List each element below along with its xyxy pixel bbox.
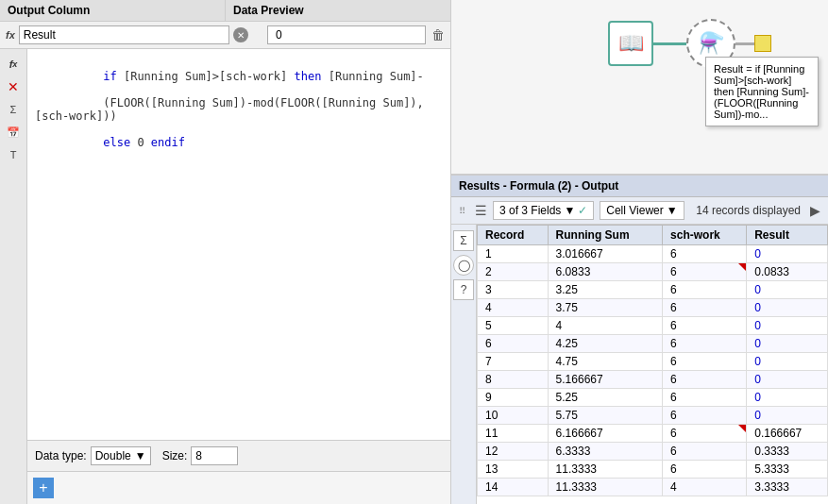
col-header-record: Record [478, 226, 549, 245]
cell-sch-work: 6 [663, 245, 747, 263]
clear-output-button[interactable]: ✕ [233, 27, 248, 42]
check-icon: ✓ [578, 204, 587, 217]
cell-record: 13 [478, 461, 549, 479]
results-toolbar: ⠿ ☰ 3 of 3 Fields ▼ ✓ Cell Viewer ▼ 14 r… [451, 197, 828, 225]
add-button[interactable]: + [33, 478, 54, 498]
cell-sch-work: 6 [663, 461, 747, 479]
records-count: 14 records displayed [696, 204, 801, 217]
cell-sch-work: 6 [663, 335, 747, 353]
fields-label: 3 of 3 Fields [499, 204, 561, 217]
table-icon[interactable]: ☰ [475, 203, 487, 218]
data-type-label: Data type: [35, 449, 87, 462]
calendar-icon[interactable]: 📅 [4, 123, 23, 142]
text-icon[interactable]: T [4, 145, 23, 164]
drag-handle-icon: ⠿ [459, 206, 465, 216]
col-header-sch-work: sch-work [663, 226, 747, 245]
cell-sch-work: 6 [663, 317, 747, 335]
formula-icon[interactable]: fx [4, 55, 23, 74]
cell-result: 0 [747, 317, 828, 335]
cell-running-sum: 11.3333 [548, 461, 662, 479]
cell-running-sum: 5.25 [548, 389, 662, 407]
delete-icon[interactable]: 🗑 [431, 27, 445, 42]
cell-sch-work: 6 [663, 407, 747, 425]
connector-line [653, 42, 686, 45]
results-panel: Results - Formula (2) - Output ⠿ ☰ 3 of … [451, 175, 828, 504]
cell-sch-work: 6 [663, 263, 747, 281]
red-corner-marker [738, 263, 746, 271]
left-panel-header: Output Column Data Preview [0, 0, 450, 22]
cell-sch-work: 6 [663, 371, 747, 389]
table-row: 95.2560 [478, 389, 828, 407]
output-col-icons: fx [6, 29, 15, 41]
output-column-header: Output Column [0, 0, 226, 21]
viewer-arrow-icon: ▼ [667, 204, 678, 217]
table-row: 64.2560 [478, 335, 828, 353]
cell-result: 0 [747, 371, 828, 389]
cell-record: 11 [478, 425, 549, 443]
data-type-row: Data type: Double ▼ Size: [27, 441, 450, 472]
cell-result: 0.166667 [747, 425, 828, 443]
nav-icon[interactable]: ▶ [810, 203, 820, 218]
x-icon[interactable]: ✕ [4, 77, 23, 96]
formula-area[interactable]: if [Running Sum]>[sch-work] then [Runnin… [27, 49, 450, 441]
col-header-result: Result [747, 226, 828, 245]
fx-icon: fx [6, 29, 15, 41]
data-preview-header: Data Preview [226, 0, 450, 21]
cell-sch-work: 6 [663, 443, 747, 461]
col-header-running-sum: Running Sum [548, 226, 662, 245]
cell-record: 3 [478, 281, 549, 299]
cell-running-sum: 4.75 [548, 353, 662, 371]
cell-sch-work: 6 [663, 389, 747, 407]
table-row: 126.333360.3333 [478, 443, 828, 461]
dropdown-arrow-icon: ▼ [135, 449, 146, 462]
table-row: 116.16666760.166667 [478, 425, 828, 443]
output-column-row: fx ✕ 🗑 [0, 22, 450, 49]
shape-results-icon[interactable]: ◯ [453, 255, 474, 276]
book-node[interactable]: 📖 [608, 21, 653, 66]
cell-result: 5.3333 [747, 461, 828, 479]
cell-record: 12 [478, 443, 549, 461]
cell-running-sum: 6.3333 [548, 443, 662, 461]
data-preview-input[interactable] [267, 25, 426, 44]
cell-sch-work: 4 [663, 479, 747, 496]
cell-record: 14 [478, 479, 549, 496]
cell-record: 7 [478, 353, 549, 371]
sigma-results-icon[interactable]: Σ [453, 230, 474, 251]
formula-tooltip: Result = if [Running Sum]>[sch-work] the… [705, 57, 819, 126]
size-input[interactable] [191, 446, 238, 465]
viewer-label: Cell Viewer [606, 204, 663, 217]
cell-record: 6 [478, 335, 549, 353]
results-table-wrap[interactable]: Record Running Sum sch-work Result 13.01… [477, 225, 828, 504]
cell-record: 1 [478, 245, 549, 263]
cell-running-sum: 4 [548, 317, 662, 335]
fields-button[interactable]: 3 of 3 Fields ▼ ✓ [493, 201, 594, 220]
cell-record: 9 [478, 389, 549, 407]
cell-running-sum: 6.0833 [548, 263, 662, 281]
table-row: 5460 [478, 317, 828, 335]
dropdown-arrow-icon2: ▼ [564, 204, 575, 217]
table-row: 33.2560 [478, 281, 828, 299]
data-type-value: Double [95, 449, 131, 462]
cell-running-sum: 3.25 [548, 281, 662, 299]
cell-running-sum: 5.75 [548, 407, 662, 425]
results-header: Results - Formula (2) - Output [451, 176, 828, 197]
cell-running-sum: 3.75 [548, 299, 662, 317]
cell-record: 8 [478, 371, 549, 389]
output-node[interactable] [754, 35, 771, 52]
cell-running-sum: 5.166667 [548, 371, 662, 389]
viewer-button[interactable]: Cell Viewer ▼ [600, 201, 684, 220]
left-content: fx ✕ Σ 📅 T if [Running Sum]>[sch-work] t… [0, 49, 450, 504]
question-results-icon[interactable]: ? [453, 279, 474, 300]
cell-record: 4 [478, 299, 549, 317]
table-row: 1311.333365.3333 [478, 461, 828, 479]
cell-sch-work: 6 [663, 425, 747, 443]
table-row: 13.01666760 [478, 245, 828, 263]
sigma-icon[interactable]: Σ [4, 100, 23, 119]
cell-result: 0 [747, 245, 828, 263]
data-type-select[interactable]: Double ▼ [91, 446, 151, 465]
results-left-icons: Σ ◯ ? [451, 225, 477, 504]
formula-container: if [Running Sum]>[sch-work] then [Runnin… [27, 49, 450, 504]
table-row: 85.16666760 [478, 371, 828, 389]
cell-result: 0 [747, 335, 828, 353]
output-field-input[interactable] [19, 25, 229, 44]
